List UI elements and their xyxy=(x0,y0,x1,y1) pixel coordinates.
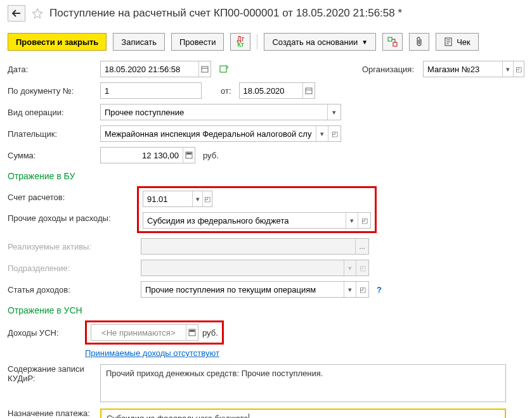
related-icon xyxy=(387,37,398,47)
check-button[interactable]: Чек xyxy=(436,33,479,51)
post-button[interactable]: Провести xyxy=(171,33,224,51)
attach-button[interactable] xyxy=(409,33,429,51)
op-type-field[interactable]: ▾ xyxy=(100,104,341,120)
org-field[interactable]: ▾ ◰ xyxy=(423,61,524,77)
section-usn-title: Отражение в УСН xyxy=(8,305,524,315)
other-input[interactable] xyxy=(143,213,346,228)
doc-num-input[interactable] xyxy=(101,83,201,98)
chevron-down-icon: ▼ xyxy=(361,39,368,46)
page-title: Поступление на расчетный счет КП00-00000… xyxy=(49,7,402,20)
chevron-down-icon[interactable]: ▾ xyxy=(344,282,356,297)
calculator-icon[interactable] xyxy=(183,148,195,163)
kudir-label: Содержание записи КУДиР: xyxy=(8,364,96,383)
assets-field[interactable]: ... xyxy=(141,238,369,255)
post-close-button[interactable]: Провести и закрыть xyxy=(8,33,107,51)
op-type-input[interactable] xyxy=(101,104,327,120)
payer-field[interactable]: ▾ ◰ xyxy=(100,125,341,142)
assets-input xyxy=(141,239,355,254)
dtkt-icon: ДтКт xyxy=(237,36,244,48)
payer-label: Плательщик: xyxy=(8,129,96,139)
usn-highlight-box: руб. xyxy=(85,320,224,345)
from-input[interactable] xyxy=(240,83,303,98)
open-icon[interactable]: ◰ xyxy=(328,126,341,141)
other-label: Прочие доходы и расходы: xyxy=(8,213,137,223)
svg-rect-1 xyxy=(393,42,397,46)
income-label: Статья доходов: xyxy=(8,285,137,294)
division-label: Подразделение: xyxy=(8,263,137,273)
star-icon[interactable] xyxy=(32,8,43,19)
account-input[interactable] xyxy=(143,191,192,206)
chevron-down-icon[interactable]: ▾ xyxy=(327,104,341,120)
chevron-down-icon[interactable]: ▾ xyxy=(344,260,356,276)
account-field[interactable]: ▾ ◰ xyxy=(143,191,212,207)
usn-income-field[interactable] xyxy=(91,324,198,341)
more-icon[interactable]: ... xyxy=(355,239,368,254)
purpose-text: Субсидия из федерального бюджета xyxy=(107,414,248,418)
chevron-down-icon[interactable]: ▾ xyxy=(316,126,328,141)
usn-link[interactable]: Принимаемые доходы отсутствуют xyxy=(85,348,219,358)
calendar-icon[interactable] xyxy=(302,83,314,98)
sum-input[interactable] xyxy=(101,148,183,163)
svg-rect-0 xyxy=(388,37,392,41)
org-label: Организация: xyxy=(362,65,414,74)
usn-currency-label: руб. xyxy=(202,328,218,338)
related-button[interactable] xyxy=(382,33,403,51)
section-bu-title: Отражение в БУ xyxy=(8,171,524,181)
division-field[interactable]: ▾ ◰ xyxy=(141,260,369,276)
chevron-down-icon[interactable]: ▾ xyxy=(346,213,358,228)
back-button[interactable] xyxy=(8,5,25,22)
svg-rect-7 xyxy=(186,153,191,155)
kudir-text: Прочий приход денежных средств: Прочие п… xyxy=(106,369,323,378)
open-icon[interactable]: ◰ xyxy=(356,260,368,276)
doc-num-field[interactable] xyxy=(100,82,202,99)
date-label: Дата: xyxy=(8,65,96,74)
calendar-icon[interactable] xyxy=(198,61,211,77)
cursor-icon xyxy=(249,414,249,418)
kudir-textarea[interactable]: Прочий приход денежных средств: Прочие п… xyxy=(100,364,506,402)
paperclip-icon xyxy=(415,37,424,47)
arrow-left-icon xyxy=(12,10,21,17)
svg-rect-3 xyxy=(202,66,208,72)
svg-rect-5 xyxy=(306,88,312,94)
open-icon[interactable]: ◰ xyxy=(358,213,370,228)
assets-label: Реализуемые активы: xyxy=(8,242,137,251)
write-button[interactable]: Записать xyxy=(113,33,165,51)
income-field[interactable]: ▾ ◰ xyxy=(141,281,369,298)
open-icon[interactable]: ◰ xyxy=(513,61,524,77)
sum-field[interactable] xyxy=(100,147,195,163)
toolbar-divider xyxy=(257,34,257,49)
doc-num-label: По документу №: xyxy=(8,86,96,96)
other-field[interactable]: ▾ ◰ xyxy=(143,212,371,229)
svg-rect-9 xyxy=(190,330,195,332)
purpose-label: Назначение платежа: xyxy=(8,408,96,418)
open-icon[interactable]: ◰ xyxy=(202,191,212,206)
usn-income-input[interactable] xyxy=(91,325,186,340)
payer-input[interactable] xyxy=(101,126,316,141)
currency-label: руб. xyxy=(203,151,219,160)
from-field[interactable] xyxy=(239,82,315,99)
sum-label: Сумма: xyxy=(8,151,96,160)
income-input[interactable] xyxy=(141,282,344,297)
create-based-button[interactable]: Создать на основании ▼ xyxy=(264,33,376,51)
date-field[interactable] xyxy=(100,61,211,77)
create-based-label: Создать на основании xyxy=(272,37,358,47)
purpose-textarea[interactable]: Субсидия из федерального бюджета xyxy=(100,408,506,418)
dtkt-button[interactable]: ДтКт xyxy=(230,33,250,51)
open-icon[interactable]: ◰ xyxy=(356,282,368,297)
op-type-label: Вид операции: xyxy=(8,108,96,117)
date-input[interactable] xyxy=(101,61,198,77)
help-icon[interactable]: ? xyxy=(377,285,382,294)
chevron-down-icon[interactable]: ▾ xyxy=(502,61,513,77)
refresh-icon[interactable] xyxy=(219,64,229,74)
org-input[interactable] xyxy=(424,61,502,77)
usn-income-label: Доходы УСН: xyxy=(8,328,81,338)
from-label: от: xyxy=(221,86,231,96)
account-label: Счет расчетов: xyxy=(8,193,137,202)
bu-highlight-box: ▾ ◰ ▾ ◰ xyxy=(137,186,377,233)
check-label: Чек xyxy=(457,37,470,47)
svg-rect-4 xyxy=(220,66,226,72)
chevron-down-icon[interactable]: ▾ xyxy=(192,191,202,206)
calculator-icon[interactable] xyxy=(186,325,198,340)
receipt-icon xyxy=(444,37,453,46)
division-input xyxy=(141,260,344,276)
